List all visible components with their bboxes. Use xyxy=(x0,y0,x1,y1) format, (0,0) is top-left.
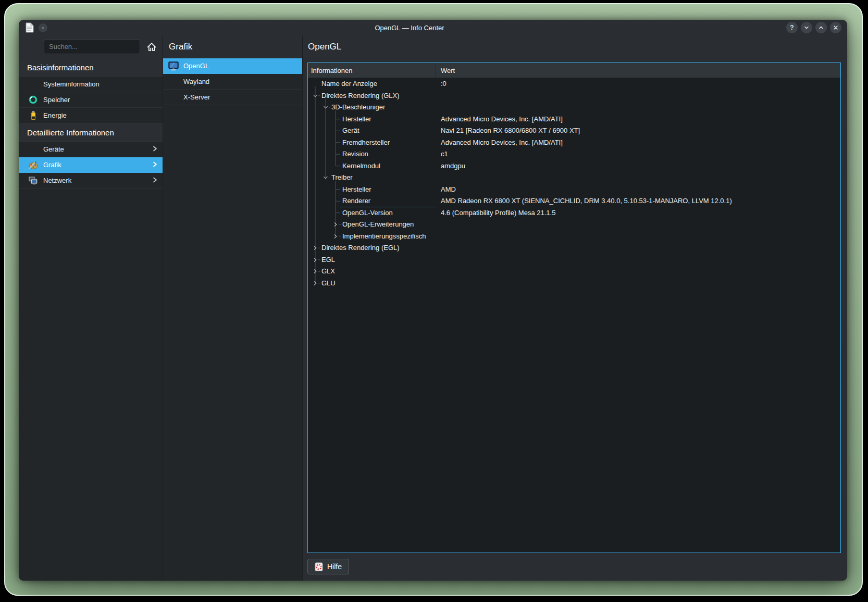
tree-row[interactable]: OpenGL-Erweiterungen xyxy=(308,219,840,231)
tree-row[interactable]: FremdherstellerAdvanced Micro Devices, I… xyxy=(308,137,840,149)
tree-row-label: EGL xyxy=(321,256,335,264)
sidebar-item-speicher[interactable]: Speicher xyxy=(19,92,163,108)
tree-row[interactable]: Treiber xyxy=(308,172,840,184)
search-input[interactable] xyxy=(44,40,140,54)
close-icon xyxy=(833,24,839,31)
main-footer: Hilfe xyxy=(303,554,847,581)
category-title: Grafik xyxy=(169,42,192,52)
tree-row-value: Advanced Micro Devices, Inc. [AMD/ATI] xyxy=(436,137,840,149)
tree-row-label: Renderer xyxy=(342,197,370,205)
window-close-button[interactable] xyxy=(830,22,841,33)
main-panel-header: OpenGL xyxy=(303,35,847,58)
tree-row-label: Hersteller xyxy=(342,115,371,123)
tree-row-value: Advanced Micro Devices, Inc. [AMD/ATI] xyxy=(436,114,840,126)
expander-open-icon[interactable] xyxy=(323,105,328,110)
column-header-informationen[interactable]: Informationen xyxy=(308,63,436,78)
tree-row[interactable]: RendererAMD Radeon RX 6800 XT (SIENNA_CI… xyxy=(308,195,840,207)
tree-row[interactable]: Name der Anzeige:0 xyxy=(308,78,840,90)
tree-row[interactable]: GLU xyxy=(308,278,840,290)
tree-row-value xyxy=(436,219,840,231)
help-button[interactable]: Hilfe xyxy=(307,559,349,574)
sidebar-item-label: Speicher xyxy=(43,96,70,104)
sidebar-item-netzwerk[interactable]: Netzwerk xyxy=(19,173,163,189)
window-minimize-button[interactable] xyxy=(801,22,812,33)
sidebar-search-band xyxy=(19,35,163,58)
sidebar-item-systeminformation[interactable]: Systeminformation xyxy=(19,77,163,92)
expander-closed-icon[interactable] xyxy=(333,234,338,239)
help-glyph: ? xyxy=(790,24,793,31)
tree-row-value: 4.6 (Compatibility Profile) Mesa 21.1.5 xyxy=(436,207,840,219)
sidebar: Basisinformationen Systeminformation Spe… xyxy=(19,35,163,581)
tree-row-label: Implementierungsspezifisch xyxy=(342,232,426,240)
tree-row-label: OpenGL-Version xyxy=(342,209,393,217)
window-maximize-button[interactable] xyxy=(815,22,827,33)
tree-row[interactable]: HerstellerAMD xyxy=(308,184,840,196)
list-item-label: X-Server xyxy=(183,93,210,101)
tree-row-value: Navi 21 [Radeon RX 6800/6800 XT / 6900 X… xyxy=(436,125,840,137)
expander-closed-icon[interactable] xyxy=(313,281,318,286)
column-header-wert[interactable]: Wert xyxy=(436,63,840,78)
tree-row-label: GLX xyxy=(321,267,335,275)
tree-row-value: :0 xyxy=(436,78,840,90)
sidebar-item-geraete[interactable]: Geräte xyxy=(19,142,163,157)
sidebar-item-energie[interactable]: Energie xyxy=(19,108,163,123)
tree-row-label-cell: GLU xyxy=(308,278,436,290)
sidebar-item-label: Energie xyxy=(43,111,67,119)
tree-row[interactable]: Direktes Rendering (EGL) xyxy=(308,242,840,254)
info-table: Informationen Wert Name der Anzeige:0Dir… xyxy=(307,62,841,553)
list-item-x-server[interactable]: X-Server xyxy=(163,90,302,105)
list-item-opengl[interactable]: OpenGL xyxy=(163,58,302,74)
expander-closed-icon[interactable] xyxy=(313,257,318,262)
tree-row[interactable]: GLX xyxy=(308,266,840,278)
expander-open-icon[interactable] xyxy=(323,175,328,180)
battery-icon xyxy=(28,110,39,121)
sidebar-item-label: Grafik xyxy=(43,161,61,169)
tree-row[interactable]: Direktes Rendering (GLX) xyxy=(308,90,840,102)
tree-row[interactable]: GerätNavi 21 [Radeon RX 6800/6800 XT / 6… xyxy=(308,125,840,137)
tree-row[interactable]: 3D-Beschleuniger xyxy=(308,102,840,114)
help-button-label: Hilfe xyxy=(327,562,342,571)
sidebar-item-label: Systeminformation xyxy=(43,80,100,88)
tree-row-label: Kernelmodul xyxy=(342,162,380,170)
tree-row-value: c1 xyxy=(436,148,840,160)
expander-closed-icon[interactable] xyxy=(313,269,318,274)
info-center-window: OpenGL — Info Center ? xyxy=(19,20,847,581)
home-button[interactable] xyxy=(145,41,158,53)
sidebar-section-basisinformationen: Basisinformationen xyxy=(19,58,163,77)
window-help-button[interactable]: ? xyxy=(786,22,798,33)
list-item-label: Wayland xyxy=(183,78,209,85)
main-panel: OpenGL Informationen Wert Name der Anzei… xyxy=(303,35,847,581)
tree-row-value xyxy=(436,231,840,243)
list-item-wayland[interactable]: Wayland xyxy=(163,74,302,90)
tree-row[interactable]: OpenGL-Version4.6 (Compatibility Profile… xyxy=(308,207,840,219)
tree-row-label: OpenGL-Erweiterungen xyxy=(342,220,414,228)
help-lifering-icon xyxy=(315,562,323,571)
expander-closed-icon[interactable] xyxy=(333,222,338,227)
tree-row-value: AMD xyxy=(436,184,840,196)
tree-row-label: Hersteller xyxy=(342,185,371,193)
expander-open-icon[interactable] xyxy=(313,93,318,98)
tree-row-value xyxy=(436,266,840,278)
tree-row[interactable]: Revisionc1 xyxy=(308,148,840,160)
tree-row-label-cell: Hersteller xyxy=(308,114,436,126)
sidebar-item-grafik[interactable]: Grafik xyxy=(19,157,163,173)
page-title: OpenGL xyxy=(308,42,341,52)
sidebar-nav: Basisinformationen Systeminformation Spe… xyxy=(19,58,163,581)
tree-row-label-cell: Revision xyxy=(308,148,436,160)
network-icon xyxy=(28,175,39,186)
tree-row-value: AMD Radeon RX 6800 XT (SIENNA_CICHLID, D… xyxy=(436,195,840,207)
tree-row[interactable]: HerstellerAdvanced Micro Devices, Inc. [… xyxy=(308,114,840,126)
tree-row-label-cell: OpenGL-Version xyxy=(308,207,436,219)
tree-row[interactable]: EGL xyxy=(308,254,840,266)
tree-row[interactable]: Implementierungsspezifisch xyxy=(308,231,840,243)
tree-row-label-cell: Direktes Rendering (GLX) xyxy=(308,90,436,102)
table-header: Informationen Wert xyxy=(308,63,840,78)
home-icon xyxy=(146,41,157,53)
tree-row[interactable]: Kernelmodulamdgpu xyxy=(308,160,840,172)
tree-row-label-cell: EGL xyxy=(308,254,436,266)
tree-row-label-cell: Gerät xyxy=(308,125,436,137)
tree-row-label: Name der Anzeige xyxy=(321,80,377,87)
tree-row-label-cell: Implementierungsspezifisch xyxy=(308,231,436,243)
tree-row-label: Revision xyxy=(342,150,368,158)
expander-closed-icon[interactable] xyxy=(313,245,318,250)
